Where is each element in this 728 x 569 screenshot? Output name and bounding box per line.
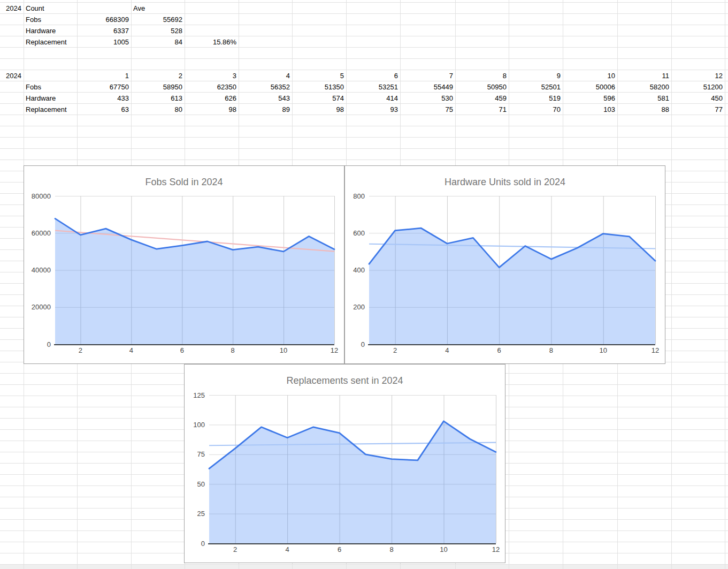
cell-percent[interactable]: 15.86% — [185, 36, 236, 48]
x-tick-label: 8 — [389, 545, 393, 553]
cell-value[interactable]: 77 — [672, 104, 723, 115]
y-tick-label: 0 — [361, 340, 365, 348]
x-tick-label: 6 — [338, 545, 341, 553]
chart-title: Hardware Units sold in 2024 — [345, 177, 665, 188]
series-area — [55, 218, 334, 344]
cell-value[interactable]: 450 — [672, 93, 723, 104]
cell-value[interactable]: 93 — [347, 104, 398, 115]
cell-value[interactable]: 50950 — [456, 81, 507, 93]
fobs-chart-canvas: 02000040000600008000024681012 — [24, 166, 344, 363]
x-tick-label: 8 — [231, 346, 235, 354]
cell-value[interactable]: 88 — [618, 104, 669, 115]
cell-value[interactable]: 55449 — [401, 81, 453, 93]
cell-value[interactable]: 51350 — [293, 81, 344, 93]
cell-month-header[interactable]: 4 — [239, 70, 290, 81]
x-tick-label: 10 — [599, 346, 607, 354]
cell-value[interactable]: 56352 — [239, 81, 290, 93]
cell-month-header[interactable]: 11 — [618, 70, 669, 81]
y-tick-label: 0 — [201, 540, 205, 548]
cell-count[interactable]: 6337 — [78, 25, 129, 36]
y-tick-label: 800 — [353, 192, 365, 200]
cell-month-header[interactable]: 1 — [78, 70, 129, 81]
y-tick-label: 25 — [197, 510, 205, 518]
cell-ave[interactable]: 528 — [132, 25, 182, 36]
cell-month-header[interactable]: 2 — [132, 70, 182, 81]
cell-month-header[interactable]: 7 — [401, 70, 453, 81]
cell-value[interactable]: 50006 — [563, 81, 615, 93]
cell-value[interactable]: 459 — [456, 93, 507, 104]
cell-value[interactable]: 75 — [401, 104, 453, 115]
cell-value[interactable]: 70 — [509, 104, 561, 115]
cell-ave[interactable]: 84 — [132, 36, 182, 48]
x-tick-label: 12 — [492, 545, 500, 553]
cell-count[interactable]: 668309 — [78, 14, 129, 25]
x-tick-label: 2 — [79, 346, 82, 354]
y-tick-label: 50 — [197, 480, 205, 488]
cell-row-label[interactable]: Replacement — [26, 36, 77, 48]
y-tick-label: 600 — [353, 229, 365, 237]
chart-title: Fobs Sold in 2024 — [24, 177, 344, 188]
cell-value[interactable]: 62350 — [185, 81, 236, 93]
x-tick-label: 4 — [286, 545, 289, 553]
cell-value[interactable]: 613 — [132, 93, 182, 104]
cell-value[interactable]: 543 — [239, 93, 290, 104]
cell-value[interactable]: 67750 — [78, 81, 129, 93]
cell-value[interactable]: 596 — [563, 93, 615, 104]
y-tick-label: 0 — [47, 340, 51, 348]
x-tick-label: 2 — [393, 346, 397, 354]
cell-year[interactable]: 2024 — [0, 3, 21, 14]
cell-value[interactable]: 52501 — [509, 81, 561, 93]
x-tick-label: 4 — [445, 346, 449, 354]
cell-month-header[interactable]: 10 — [563, 70, 615, 81]
cell-value[interactable]: 63 — [78, 104, 129, 115]
cell-value[interactable]: 98 — [185, 104, 236, 115]
cell-month-header[interactable]: 12 — [672, 70, 723, 81]
chart-card-hardware[interactable]: Hardware Units sold in 2024 020040060080… — [344, 165, 665, 364]
x-tick-label: 12 — [652, 346, 659, 354]
cell-value[interactable]: 89 — [239, 104, 290, 115]
cell-month-header[interactable]: 3 — [185, 70, 236, 81]
cell-value[interactable]: 433 — [78, 93, 129, 104]
cell-value[interactable]: 51200 — [672, 81, 723, 93]
cell-month-header[interactable]: 5 — [293, 70, 344, 81]
replacements-chart-canvas: 025507510012524681012 — [185, 365, 505, 563]
cell-value[interactable]: 58950 — [132, 81, 182, 93]
cell-month-header[interactable]: 6 — [347, 70, 398, 81]
cell-row-label[interactable]: Fobs — [26, 81, 77, 93]
y-tick-label: 125 — [193, 391, 205, 399]
y-tick-label: 80000 — [32, 192, 51, 200]
y-tick-label: 40000 — [32, 266, 51, 274]
chart-card-fobs[interactable]: Fobs Sold in 2024 0200004000060000800002… — [24, 165, 344, 364]
cell-row-label[interactable]: Replacement — [26, 104, 77, 115]
cell-count-header[interactable]: Count — [26, 3, 77, 14]
cell-ave[interactable]: 55692 — [132, 14, 182, 25]
x-tick-label: 6 — [180, 346, 184, 354]
cell-value[interactable]: 574 — [293, 93, 344, 104]
cell-month-header[interactable]: 9 — [509, 70, 561, 81]
cell-year[interactable]: 2024 — [0, 70, 21, 81]
cell-value[interactable]: 53251 — [347, 81, 398, 93]
cell-row-label[interactable]: Hardware — [26, 25, 77, 36]
cell-value[interactable]: 103 — [563, 104, 615, 115]
cell-value[interactable]: 98 — [293, 104, 344, 115]
y-tick-label: 75 — [197, 450, 205, 458]
cell-ave-header[interactable]: Ave — [133, 3, 185, 14]
chart-card-replacements[interactable]: Replacements sent in 2024 02550751001252… — [184, 364, 505, 563]
cell-value[interactable]: 581 — [618, 93, 669, 104]
x-tick-label: 2 — [233, 545, 237, 553]
x-tick-label: 8 — [549, 346, 553, 354]
cell-month-header[interactable]: 8 — [456, 70, 507, 81]
x-tick-label: 10 — [280, 346, 287, 354]
cell-row-label[interactable]: Fobs — [26, 14, 77, 25]
cell-value[interactable]: 414 — [347, 93, 398, 104]
cell-value[interactable]: 626 — [185, 93, 236, 104]
cell-row-label[interactable]: Hardware — [26, 93, 77, 104]
cell-count[interactable]: 1005 — [78, 36, 129, 48]
bottom-strip — [0, 564, 728, 569]
cell-value[interactable]: 519 — [509, 93, 561, 104]
y-tick-label: 100 — [193, 421, 205, 429]
cell-value[interactable]: 80 — [132, 104, 182, 115]
cell-value[interactable]: 58200 — [618, 81, 669, 93]
cell-value[interactable]: 71 — [456, 104, 507, 115]
cell-value[interactable]: 530 — [401, 93, 453, 104]
